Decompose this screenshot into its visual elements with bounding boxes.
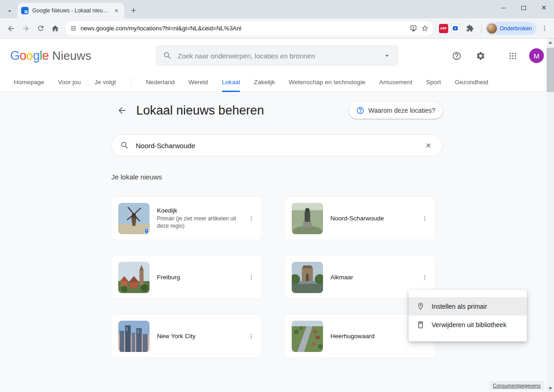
profile-avatar (487, 23, 497, 34)
trash-icon (416, 320, 425, 329)
location-menu-icon[interactable] (417, 211, 432, 226)
tab-zakelijk[interactable]: Zakelijk (254, 73, 275, 92)
new-tab-button[interactable]: + (127, 4, 140, 17)
location-card: Freiburg (111, 255, 262, 299)
page-title: Lokaal nieuws beheren (136, 104, 264, 118)
tab-wetenschap-en-technologie[interactable]: Wetenschap en technologie (289, 73, 365, 92)
tab-gezondheid[interactable]: Gezondheid (455, 73, 488, 92)
location-pin-icon (416, 302, 425, 311)
search-icon (163, 51, 172, 60)
titlebar: Google Nieuws - Lokaal nieuws × + ✕ (0, 0, 554, 18)
tab-amusement[interactable]: Amusement (379, 73, 412, 92)
help-icon[interactable] (449, 48, 464, 63)
url-text: news.google.com/my/locations?hl=nl&gl=NL… (81, 25, 406, 32)
locations-grid: Koedijk Primair (je ziet meer artikelen … (111, 196, 443, 358)
news-search-bar[interactable] (156, 45, 398, 66)
why-locations-label: Waarom deze locaties? (368, 107, 435, 114)
google-news-logo[interactable]: Google Nieuws (10, 49, 91, 63)
tab-favicon (21, 7, 29, 14)
browser-menu-icon[interactable] (538, 23, 550, 35)
news-search-input[interactable] (178, 52, 377, 60)
location-name: New York City (157, 333, 242, 340)
location-name: Koedijk (157, 207, 242, 214)
location-image (292, 321, 323, 352)
logo-letter: e (42, 49, 49, 63)
tab-homepage[interactable]: Homepage (14, 73, 44, 92)
page-content: Lokaal nieuws beheren Waarom deze locati… (0, 92, 554, 392)
site-info-icon[interactable] (70, 25, 77, 32)
location-image (118, 262, 150, 293)
news-nav: Homepage Voor jou Je volgt Nederland Wer… (0, 73, 554, 92)
location-image (292, 262, 323, 293)
browser-toolbar: news.google.com/my/locations?hl=nl&gl=NL… (0, 18, 554, 39)
extensions-puzzle-icon[interactable] (463, 21, 478, 36)
location-name: Alkmaar (330, 274, 416, 281)
tab-lokaal[interactable]: Lokaal (222, 73, 240, 92)
scrollbar-thumb[interactable] (547, 48, 554, 92)
header-actions: M (449, 48, 544, 63)
back-arrow-icon[interactable] (116, 104, 128, 116)
tab-sport[interactable]: Sport (426, 73, 441, 92)
settings-gear-icon[interactable] (473, 48, 488, 63)
google-apps-grid-icon[interactable] (505, 48, 520, 63)
browser-tab[interactable]: Google Nieuws - Lokaal nieuws × (17, 3, 124, 18)
location-search-input[interactable] (136, 142, 416, 150)
location-search-field[interactable]: × (111, 134, 443, 156)
logo-letter: G (10, 49, 20, 63)
install-icon[interactable] (410, 24, 417, 32)
location-card: Koedijk Primair (je ziet meer artikelen … (111, 196, 262, 240)
menu-item-remove[interactable]: Verwijderen uit bibliotheek (409, 316, 527, 334)
location-name: Freiburg (157, 274, 242, 281)
browser-window: Google Nieuws - Lokaal nieuws × + ✕ news… (0, 0, 554, 392)
toolbar-divider (481, 24, 482, 33)
forward-icon[interactable] (18, 21, 33, 36)
location-name: Noord-Scharwoude (330, 215, 416, 222)
extension-icon[interactable] (451, 24, 460, 33)
bookmark-star-icon[interactable] (421, 24, 429, 32)
tab-voor-jou[interactable]: Voor jou (58, 73, 81, 92)
scrollbar-up-arrow[interactable] (547, 39, 554, 46)
menu-item-set-primary[interactable]: Instellen als primair (409, 297, 527, 316)
tab-search-chevron-icon[interactable] (3, 4, 17, 18)
primary-pin-icon (143, 228, 150, 234)
clear-search-icon[interactable]: × (423, 140, 434, 151)
logo-suffix: Nieuws (52, 49, 91, 63)
reload-icon[interactable] (33, 21, 48, 36)
home-icon[interactable] (48, 21, 63, 36)
tab-wereld[interactable]: Wereld (188, 73, 208, 92)
consumer-data-link[interactable]: Consumentgegevens (490, 381, 544, 390)
location-image (292, 203, 323, 234)
close-button[interactable]: ✕ (534, 0, 554, 16)
location-context-menu: Instellen als primair Verwijderen uit bi… (409, 290, 527, 341)
location-menu-icon[interactable] (417, 270, 432, 285)
news-header: Google Nieuws M (0, 39, 554, 73)
section-title: Je lokale nieuws (111, 173, 443, 181)
location-menu-icon[interactable] (244, 211, 259, 226)
menu-item-label: Verwijderen uit bibliotheek (432, 321, 507, 329)
location-menu-icon[interactable] (244, 329, 259, 344)
why-locations-button[interactable]: Waarom deze locaties? (349, 102, 443, 119)
search-dropdown-caret-icon[interactable] (383, 52, 391, 60)
address-bar[interactable]: news.google.com/my/locations?hl=nl&gl=NL… (65, 21, 433, 36)
tab-close-icon[interactable]: × (112, 6, 121, 15)
logo-letter: g (33, 49, 40, 63)
minimize-button[interactable] (493, 0, 514, 16)
logo-letter: o (26, 49, 33, 63)
profile-chip[interactable]: Onderbroken (485, 22, 537, 35)
location-card: New York City (111, 314, 262, 358)
back-icon[interactable] (4, 21, 18, 36)
account-avatar[interactable]: M (529, 48, 544, 63)
profile-chip-label: Onderbroken (500, 25, 532, 32)
tab-je-volgt[interactable]: Je volgt (95, 73, 116, 92)
location-menu-icon[interactable] (244, 270, 259, 285)
location-name: Heerhugowaard (330, 333, 416, 340)
maximize-button[interactable] (514, 0, 534, 16)
scrollbar-down-arrow[interactable] (547, 385, 554, 392)
menu-item-label: Instellen als primair (432, 303, 487, 310)
scrollbar (547, 39, 554, 392)
location-image (118, 321, 150, 352)
tab-title: Google Nieuws - Lokaal nieuws (32, 7, 109, 14)
location-card: Noord-Scharwoude (285, 196, 435, 240)
tab-nederland[interactable]: Nederland (146, 73, 174, 92)
adblock-extension-icon[interactable]: ABP (439, 24, 448, 33)
